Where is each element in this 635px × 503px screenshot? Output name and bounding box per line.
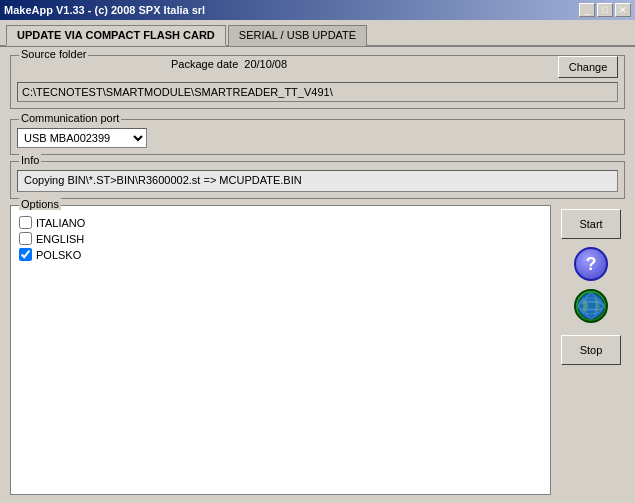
change-button[interactable]: Change <box>558 56 618 78</box>
app-title: MakeApp V1.33 - (c) 2008 SPX Italia srl <box>4 4 205 16</box>
polsko-checkbox[interactable] <box>19 248 32 261</box>
help-button[interactable]: ? <box>574 247 608 281</box>
source-folder-label: Source folder <box>19 48 88 60</box>
polsko-label: POLSKO <box>36 249 81 261</box>
comm-port-section: Communication port USB MBA002399COM1COM2… <box>10 119 625 155</box>
close-button[interactable]: ✕ <box>615 3 631 17</box>
comm-port-label: Communication port <box>19 112 121 124</box>
package-date-value: 20/10/08 <box>244 58 287 70</box>
list-item: POLSKO <box>19 248 542 261</box>
options-label: Options <box>19 198 61 210</box>
window-controls: _ □ ✕ <box>579 3 631 17</box>
info-label: Info <box>19 154 41 166</box>
start-button[interactable]: Start <box>561 209 621 239</box>
tab-serial-usb[interactable]: SERIAL / USB UPDATE <box>228 25 367 46</box>
italiano-label: ITALIANO <box>36 217 85 229</box>
title-bar: MakeApp V1.33 - (c) 2008 SPX Italia srl … <box>0 0 635 20</box>
globe-button[interactable] <box>574 289 608 323</box>
svg-point-0 <box>578 293 604 319</box>
stop-button[interactable]: Stop <box>561 335 621 365</box>
source-folder-section: Source folder Package date 20/10/08 Chan… <box>10 55 625 109</box>
italiano-checkbox[interactable] <box>19 216 32 229</box>
english-label: ENGLISH <box>36 233 84 245</box>
info-text: Copying BIN\*.ST>BIN\R3600002.st => MCUP… <box>17 170 618 192</box>
english-checkbox[interactable] <box>19 232 32 245</box>
maximize-button[interactable]: □ <box>597 3 613 17</box>
globe-icon <box>577 292 605 320</box>
info-section: Info Copying BIN\*.ST>BIN\R3600002.st =>… <box>10 161 625 199</box>
package-date-label: Package date <box>171 58 238 70</box>
list-item: ENGLISH <box>19 232 542 245</box>
tab-bar: UPDATE VIA COMPACT FLASH CARD SERIAL / U… <box>0 20 635 47</box>
options-section: Options ITALIANO ENGLISH POLSKO <box>10 205 551 495</box>
right-panel: Start ? Stop <box>557 205 625 495</box>
source-path-input[interactable] <box>17 82 618 102</box>
content-area: Source folder Package date 20/10/08 Chan… <box>0 47 635 503</box>
comm-port-select[interactable]: USB MBA002399COM1COM2COM3 <box>17 128 147 148</box>
minimize-button[interactable]: _ <box>579 3 595 17</box>
tab-compact-flash[interactable]: UPDATE VIA COMPACT FLASH CARD <box>6 25 226 46</box>
list-item: ITALIANO <box>19 216 542 229</box>
main-window: UPDATE VIA COMPACT FLASH CARD SERIAL / U… <box>0 20 635 503</box>
bottom-row: Options ITALIANO ENGLISH POLSKO <box>10 205 625 495</box>
